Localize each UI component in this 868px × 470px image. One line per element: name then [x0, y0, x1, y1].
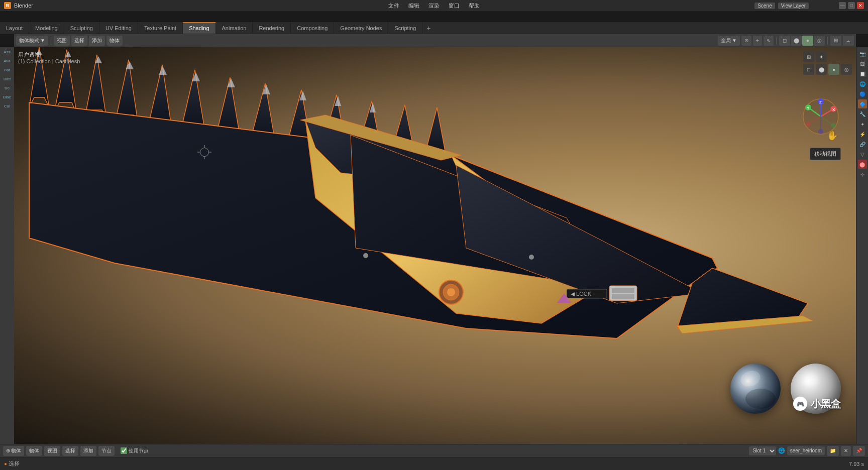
- material-pin-btn[interactable]: 📌: [853, 446, 865, 456]
- material-shading-btn[interactable]: ●: [802, 36, 813, 46]
- menu-window[interactable]: 窗口: [445, 1, 464, 11]
- render-time: 7.93 s: [849, 461, 864, 467]
- use-nodes-label: 使用节点: [129, 447, 149, 454]
- watermark-text: 小黑盒: [811, 397, 841, 411]
- tab-rendering[interactable]: Rendering: [253, 22, 291, 34]
- object-data-btn[interactable]: ▽: [858, 150, 867, 159]
- material-browse-btn[interactable]: 📁: [827, 446, 839, 456]
- outliner-item-0[interactable]: Ass: [0, 47, 14, 56]
- tab-texture-paint[interactable]: Texture Paint: [138, 22, 183, 34]
- maximize-button[interactable]: □: [848, 2, 855, 9]
- tab-uv-editing[interactable]: UV Editing: [99, 22, 138, 34]
- marker-2: [529, 255, 534, 260]
- timeline-object-btn[interactable]: ⊕ 物体: [3, 446, 24, 456]
- viewport-toolbar: 物体模式 ▼ 视图 选择 添加 物体 全局 ▼ ⊙ ⌖ ∿ ◻ ⬤ ● ◎ ⊞ …: [14, 34, 856, 47]
- menu-file[interactable]: 文件: [384, 1, 403, 11]
- constraints-btn[interactable]: 🔗: [858, 140, 867, 149]
- physics-properties-btn[interactable]: ⚡: [858, 130, 867, 139]
- close-button[interactable]: ✕: [857, 2, 864, 9]
- svg-marker-18: [159, 66, 167, 75]
- tab-scripting[interactable]: Scripting: [388, 22, 422, 34]
- rendered-shading-btn[interactable]: ◎: [814, 36, 825, 46]
- menu-edit[interactable]: 编辑: [404, 1, 423, 11]
- material-slot-dropdown[interactable]: Slot 1: [749, 446, 776, 455]
- tab-compositing[interactable]: Compositing: [291, 22, 334, 34]
- timeline-view-btn[interactable]: 视图: [44, 446, 60, 456]
- rendered-btn[interactable]: ◎: [841, 64, 852, 75]
- workspace-tabs: Layout Modeling Sculpting UV Editing Tex…: [0, 22, 868, 34]
- tab-geometry-nodes[interactable]: Geometry Nodes: [334, 22, 388, 34]
- move-view-tooltip: 移动视图: [810, 148, 841, 160]
- active-tool-btn[interactable]: ⊹: [858, 170, 867, 179]
- outliner-item-1[interactable]: Ava: [0, 56, 14, 65]
- select-status: ● 选择: [4, 460, 20, 467]
- snap-btn[interactable]: ⌖: [753, 36, 762, 46]
- timeline-controls: ⊕ 物体 物体 视图 选择 添加 节点 使用节点 Slot 1 🌐 seer_h…: [0, 444, 868, 457]
- material-new-btn[interactable]: ✕: [841, 446, 851, 456]
- svg-text:◀ LOCK: ◀ LOCK: [571, 291, 592, 297]
- svg-point-41: [818, 129, 823, 134]
- particle-properties-btn[interactable]: ✦: [858, 120, 867, 129]
- tab-modeling[interactable]: Modeling: [29, 22, 64, 34]
- app-title: Blender: [14, 3, 384, 9]
- object-menu[interactable]: 物体: [106, 36, 123, 46]
- viewport-collection-label: (1) Collection | CastMesh: [18, 58, 80, 64]
- bottom-bar: ⊕ 物体 物体 视图 选择 添加 节点 使用节点 Slot 1 🌐 seer_h…: [0, 444, 868, 470]
- svg-text:🎮: 🎮: [797, 400, 804, 408]
- menu-help[interactable]: 帮助: [465, 1, 484, 11]
- scene-properties-btn[interactable]: 🌐: [858, 79, 867, 88]
- svg-text:Y: Y: [807, 106, 810, 110]
- tab-shading[interactable]: Shading: [183, 22, 215, 34]
- outliner-item-4[interactable]: Bo: [0, 83, 14, 92]
- overlay-btn[interactable]: ⊞: [830, 36, 841, 46]
- xray-btn[interactable]: ⫠: [843, 36, 854, 46]
- material-slot-info: Slot 1 🌐 seer_heirloom 📁 ✕ 📌: [749, 446, 865, 456]
- menu-render[interactable]: 渲染: [424, 1, 444, 11]
- world-properties-btn[interactable]: 🔵: [858, 89, 867, 98]
- render-properties-btn[interactable]: 📷: [858, 49, 867, 58]
- select-menu[interactable]: 选择: [71, 36, 87, 46]
- view-layer-btn[interactable]: 🔲: [858, 69, 867, 78]
- scene-label[interactable]: Scene: [754, 3, 775, 9]
- main-3d-viewport[interactable]: ◀ LOCK: [14, 47, 856, 444]
- outliner-item-6[interactable]: Cal: [0, 101, 14, 110]
- material-properties-btn[interactable]: ⬤: [858, 160, 867, 169]
- wireframe-btn[interactable]: □: [803, 64, 814, 75]
- svg-point-39: [831, 123, 836, 128]
- mode-dropdown[interactable]: 物体模式 ▼: [16, 36, 48, 46]
- wireframe-shading-btn[interactable]: ◻: [779, 36, 790, 46]
- hdri-preview-sphere[interactable]: [730, 364, 781, 414]
- outliner-item-5[interactable]: Blac: [0, 92, 14, 101]
- outliner-item-2[interactable]: Bat: [0, 65, 14, 74]
- overlay-toggle-btn[interactable]: ⊞: [803, 51, 814, 62]
- object-properties-btn[interactable]: 🔷: [858, 99, 867, 108]
- tab-layout[interactable]: Layout: [0, 22, 29, 34]
- tab-sculpting[interactable]: Sculpting: [64, 22, 99, 34]
- output-properties-btn[interactable]: 🖼: [858, 59, 867, 68]
- timeline-add-btn[interactable]: 添加: [80, 446, 96, 456]
- proportional-falloff-btn[interactable]: ∿: [764, 36, 774, 46]
- proportional-edit-btn[interactable]: ⊙: [741, 36, 751, 46]
- material-preview-btn[interactable]: ●: [828, 64, 839, 75]
- window-controls: — □ ✕: [839, 2, 864, 9]
- viewport-axes-gizmo[interactable]: X Y Z: [801, 96, 841, 137]
- add-menu[interactable]: 添加: [89, 36, 105, 46]
- view-layer-label[interactable]: View Layer: [778, 3, 809, 9]
- use-nodes-checkbox[interactable]: [121, 447, 127, 454]
- tab-add-button[interactable]: +: [422, 22, 435, 34]
- view-menu[interactable]: 视图: [54, 36, 70, 46]
- transform-orientation[interactable]: 全局 ▼: [718, 36, 740, 46]
- solid-btn[interactable]: ⬤: [816, 64, 827, 75]
- timeline-objecttype-btn[interactable]: 物体: [26, 446, 42, 456]
- timeline-select-btn[interactable]: 选择: [62, 446, 78, 456]
- modifier-properties-btn[interactable]: 🔧: [858, 109, 867, 119]
- watermark: 🎮 小黑盒: [793, 396, 841, 411]
- tab-animation[interactable]: Animation: [216, 22, 253, 34]
- minimize-button[interactable]: —: [839, 2, 846, 9]
- outliner-item-3[interactable]: Batt: [0, 74, 14, 83]
- svg-point-37: [806, 122, 811, 127]
- xray-toggle-btn[interactable]: ✦: [816, 51, 827, 62]
- solid-shading-btn[interactable]: ⬤: [791, 36, 802, 46]
- timeline-node-btn[interactable]: 节点: [98, 446, 115, 456]
- shading-buttons: ◻ ⬤ ● ◎: [779, 36, 825, 46]
